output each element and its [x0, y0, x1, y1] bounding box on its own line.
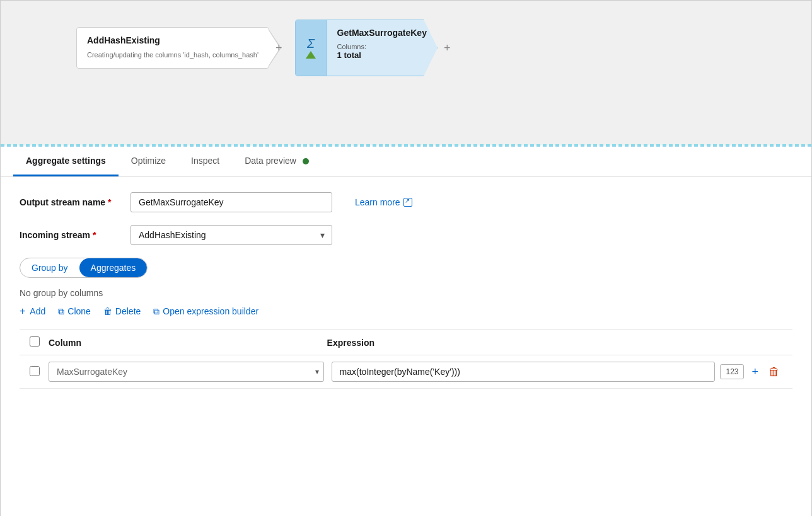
output-stream-input[interactable]: [130, 192, 332, 212]
incoming-stream-row: Incoming stream * AddHashExisting ▾: [20, 225, 792, 245]
no-group-msg: No group by columns: [20, 288, 792, 298]
header-checkbox-cell: [30, 336, 49, 348]
expression-badge: 123: [720, 364, 744, 379]
column-cell: ▾: [49, 362, 324, 382]
clone-button[interactable]: ⧉ Clone: [58, 306, 91, 317]
expression-cell: 123: [332, 362, 745, 382]
tab-optimize[interactable]: Optimize: [119, 147, 178, 176]
table-header-row: Column Expression: [20, 330, 792, 355]
node2-title: GetMaxSurrogateKey: [337, 28, 427, 38]
connector-plus-1[interactable]: +: [276, 42, 282, 55]
incoming-stream-label: Incoming stream *: [20, 230, 120, 240]
output-stream-label: Output stream name *: [20, 197, 120, 207]
node-get-max-surrogate: Σ GetMaxSurrogateKey Columns: 1 total: [295, 20, 438, 76]
aggregates-toggle[interactable]: Aggregates: [79, 258, 148, 277]
node2-cols: Columns: 1 total: [337, 43, 427, 60]
clone-icon: ⧉: [58, 306, 64, 317]
column-dropdown-btn[interactable]: ▾: [315, 367, 319, 376]
row-checkbox-cell: [30, 366, 49, 378]
group-by-toggle[interactable]: Group by: [20, 258, 79, 277]
delete-button[interactable]: 🗑 Delete: [103, 306, 141, 316]
incoming-stream-select[interactable]: AddHashExisting: [130, 225, 332, 245]
connector-plus-2[interactable]: +: [444, 42, 451, 55]
data-table: Column Expression ▾ 123: [20, 330, 792, 389]
aggregate-icon: Σ: [306, 37, 316, 59]
row-actions: + 🗑: [749, 364, 782, 380]
row-add-btn[interactable]: +: [749, 364, 761, 380]
expression-header: Expression: [327, 338, 745, 348]
header-checkbox[interactable]: [30, 336, 40, 347]
node1-desc: Creating/updating the columns 'id_hash, …: [87, 50, 258, 60]
node2-cols-value: 1 total: [337, 50, 427, 60]
learn-more-link[interactable]: Learn more: [355, 197, 412, 207]
tab-aggregate-settings[interactable]: Aggregate settings: [13, 147, 119, 176]
aggregate-content: GetMaxSurrogateKey Columns: 1 total: [327, 20, 437, 76]
table-row: ▾ 123 + 🗑: [20, 355, 792, 389]
delete-icon: 🗑: [103, 306, 112, 316]
add-label: Add: [30, 306, 45, 316]
row-checkbox[interactable]: [30, 366, 40, 376]
toolbar-row: + Add ⧉ Clone 🗑 Delete ⧉ Open expression…: [20, 306, 792, 317]
expression-input[interactable]: [332, 362, 716, 382]
toggle-group: Group by Aggregates: [20, 258, 148, 278]
expression-builder-icon: ⧉: [153, 306, 160, 317]
output-stream-row: Output stream name * Learn more: [20, 192, 792, 212]
column-input[interactable]: [49, 362, 324, 382]
tab-inspect[interactable]: Inspect: [178, 147, 232, 176]
sigma-icon: Σ: [307, 37, 315, 50]
triangle-icon: [306, 51, 316, 59]
tab-data-preview[interactable]: Data preview: [232, 147, 322, 176]
node1-title: AddHashExisting: [87, 35, 258, 45]
column-header: Column: [49, 338, 327, 348]
external-link-icon: [403, 198, 412, 207]
aggregate-icon-section: Σ: [296, 20, 327, 76]
open-expression-builder-button[interactable]: ⧉ Open expression builder: [153, 306, 258, 317]
node-add-hash-existing: AddHashExisting Creating/updating the co…: [76, 27, 269, 68]
tabs-row: Aggregate settings Optimize Inspect Data…: [1, 147, 811, 177]
row-delete-btn[interactable]: 🗑: [766, 364, 782, 380]
add-icon: +: [20, 306, 25, 317]
data-preview-dot: [303, 158, 309, 164]
add-button[interactable]: + Add: [20, 306, 45, 317]
incoming-stream-dropdown[interactable]: AddHashExisting ▾: [130, 225, 332, 245]
